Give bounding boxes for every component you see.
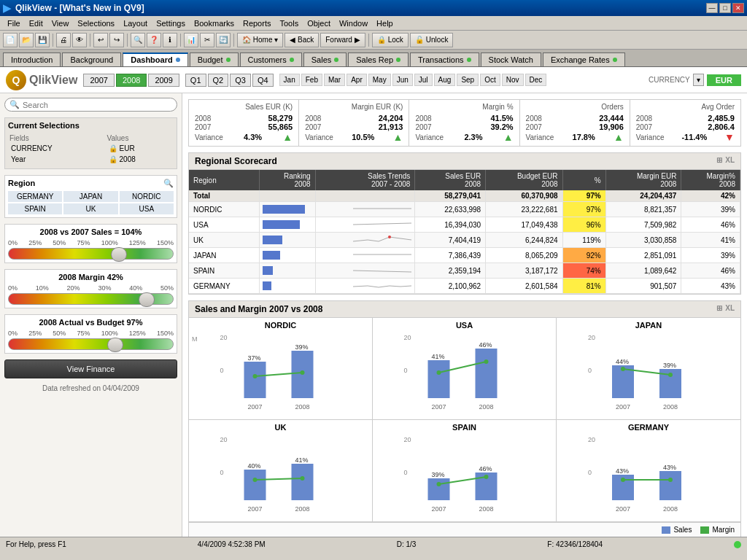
menu-object[interactable]: Object — [303, 18, 335, 29]
tb-save[interactable]: 💾 — [35, 33, 50, 47]
menu-selections[interactable]: Selections — [73, 18, 119, 29]
tab-salesrep[interactable]: Sales Rep — [348, 52, 409, 66]
year-2009[interactable]: 2009 — [148, 74, 179, 87]
region-germany[interactable]: GERMANY — [8, 191, 62, 202]
nordic-ranking — [260, 202, 315, 217]
month-jan[interactable]: Jan — [279, 74, 300, 86]
cs-value-currency: 🔒 EUR — [107, 144, 172, 153]
year-2008[interactable]: 2008 — [116, 74, 147, 87]
menu-bookmarks[interactable]: Bookmarks — [190, 18, 239, 29]
svg-text:41%: 41% — [432, 353, 445, 360]
menu-window[interactable]: Window — [335, 18, 372, 29]
region-japan[interactable]: JAPAN — [63, 191, 117, 202]
tab-sales-dot — [334, 58, 338, 62]
tab-background[interactable]: Background — [62, 52, 121, 66]
tb-new[interactable]: 📄 — [3, 33, 18, 47]
svg-point-40 — [301, 476, 305, 481]
region-nordic[interactable]: NORDIC — [120, 191, 174, 202]
quarter-q4[interactable]: Q4 — [252, 74, 274, 87]
menu-settings[interactable]: Settings — [152, 18, 190, 29]
minimize-button[interactable]: — — [706, 3, 718, 13]
germany-trends — [315, 279, 415, 294]
summary-orders-2007: 2007 19,906 — [526, 122, 624, 131]
tb-open[interactable]: 📂 — [19, 33, 34, 47]
search-input[interactable] — [23, 101, 172, 109]
quarter-q1[interactable]: Q1 — [185, 74, 206, 87]
lock-button[interactable]: 🔒 Lock — [372, 33, 409, 47]
scorecard-expand-btn[interactable]: ⊞ — [716, 156, 722, 166]
search-box[interactable]: 🔍 — [4, 98, 177, 112]
tb-search[interactable]: 🔍 — [131, 33, 145, 47]
tb-scissors[interactable]: ✂ — [200, 33, 214, 47]
gauge-margin: 2008 Margin 42% 0%10%20%30%40%50% — [4, 269, 177, 308]
view-finance-button[interactable]: View Finance — [4, 359, 177, 378]
month-aug[interactable]: Aug — [434, 74, 456, 86]
menu-reports[interactable]: Reports — [239, 18, 276, 29]
month-dec[interactable]: Dec — [525, 74, 547, 86]
tb-print[interactable]: 🖨 — [56, 33, 71, 47]
tb-info[interactable]: ℹ — [163, 33, 177, 47]
svg-line-4 — [353, 271, 411, 272]
tab-introduction[interactable]: Introduction — [3, 52, 61, 66]
svg-text:2008: 2008 — [295, 403, 310, 411]
summary-orders-title: Orders — [526, 103, 624, 111]
tb-redo[interactable]: ↪ — [109, 33, 124, 47]
charts-xl-btn[interactable]: XL — [725, 304, 735, 314]
tb-chart[interactable]: 📊 — [184, 33, 198, 47]
month-mar[interactable]: Mar — [324, 74, 345, 86]
summary-sales-2008: 2008 58,279 — [195, 114, 293, 122]
scorecard-xl-btn[interactable]: XL — [725, 156, 735, 166]
region-uk[interactable]: UK — [63, 203, 117, 214]
month-oct[interactable]: Oct — [480, 74, 500, 86]
menu-tools[interactable]: Tools — [275, 18, 303, 29]
tb-help[interactable]: ❓ — [147, 33, 161, 47]
month-nov[interactable]: Nov — [502, 74, 524, 86]
close-button[interactable]: ✕ — [732, 3, 744, 13]
region-search-icon[interactable]: 🔍 — [163, 179, 174, 188]
scorecard-header: Regional Scorecard ⊞ XL — [189, 153, 740, 170]
svg-rect-38 — [292, 464, 314, 500]
month-jun[interactable]: Jun — [392, 74, 413, 86]
menu-file[interactable]: File — [3, 18, 25, 29]
region-spain[interactable]: SPAIN — [8, 203, 62, 214]
svg-text:0: 0 — [404, 469, 408, 476]
region-usa[interactable]: USA — [120, 203, 174, 214]
quarter-q2[interactable]: Q2 — [208, 74, 229, 87]
tb-undo[interactable]: ↩ — [93, 33, 108, 47]
svg-text:20: 20 — [220, 334, 228, 341]
menu-view[interactable]: View — [47, 18, 74, 29]
month-feb[interactable]: Feb — [301, 74, 322, 86]
col-ranking: Ranking2008 — [260, 170, 315, 190]
year-selector: 2007 2008 2009 — [83, 74, 179, 87]
tb-refresh[interactable]: 🔄 — [216, 33, 231, 47]
home-button[interactable]: 🏠 Home ▾ — [237, 33, 283, 47]
forward-button[interactable]: Forward ▶ — [320, 33, 365, 47]
month-sep[interactable]: Sep — [457, 74, 479, 86]
currency-dropdown[interactable]: ▾ — [693, 74, 704, 86]
maximize-button[interactable]: □ — [719, 3, 731, 13]
month-jul[interactable]: Jul — [414, 74, 433, 86]
year-2007[interactable]: 2007 — [83, 74, 114, 87]
gauge-sales: 2008 vs 2007 Sales = 104% 0%25%50%75%100… — [4, 224, 177, 263]
unlock-button[interactable]: 🔓 Unlock — [410, 33, 454, 47]
month-may[interactable]: May — [368, 74, 391, 86]
tab-exchangerates[interactable]: Exchange Rates — [543, 52, 625, 66]
menu-edit[interactable]: Edit — [25, 18, 47, 29]
summary-margin-eur-variance: Variance 10.5% ▲ — [305, 131, 403, 143]
chart-nordic: NORDIC M 20 0 37% 39% — [189, 318, 373, 420]
tb-preview[interactable]: 👁 — [72, 33, 87, 47]
back-button[interactable]: ◀ Back — [285, 33, 319, 47]
quarter-q3[interactable]: Q3 — [230, 74, 251, 87]
svg-text:43%: 43% — [616, 467, 629, 475]
charts-expand-btn[interactable]: ⊞ — [716, 304, 722, 314]
tab-sales[interactable]: Sales — [303, 52, 347, 66]
menu-layout[interactable]: Layout — [119, 18, 152, 29]
tab-transactions[interactable]: Transactions — [410, 52, 479, 66]
menu-help[interactable]: Help — [372, 18, 398, 29]
tab-budget[interactable]: Budget — [190, 52, 239, 66]
tab-dashboard[interactable]: Dashboard — [123, 52, 187, 66]
month-apr[interactable]: Apr — [347, 74, 367, 86]
chart-uk: UK 20 0 40% 41% 2007 2008 — [189, 420, 373, 522]
tab-stockwatch[interactable]: Stock Watch — [481, 52, 541, 66]
tab-customers[interactable]: Customers — [240, 52, 302, 66]
